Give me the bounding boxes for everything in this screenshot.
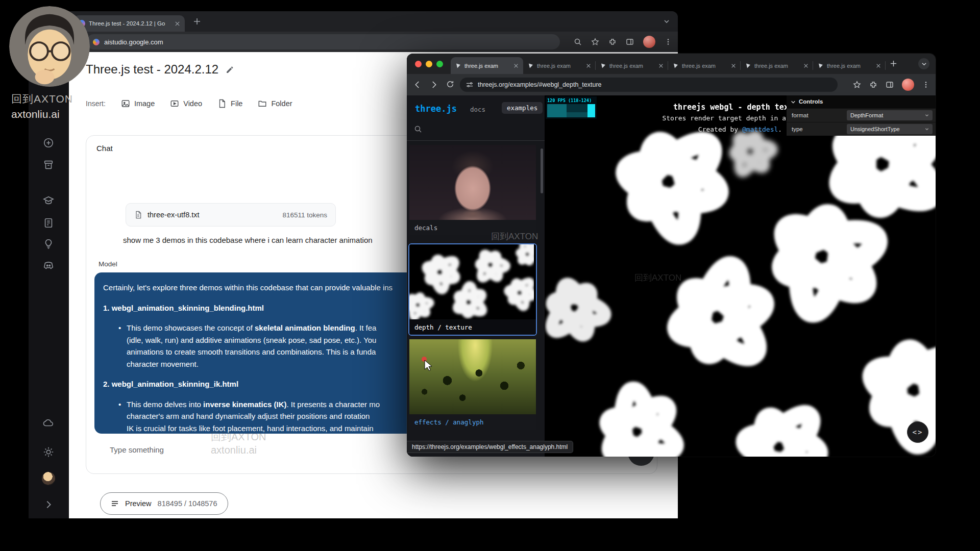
browser-tab[interactable]: three.js exam	[523, 57, 596, 74]
example-caption[interactable]: decals	[409, 220, 536, 235]
tab-list-chevron-icon[interactable]	[918, 58, 929, 69]
threejs-browser-window: three.js exam three.js exam three.js exa…	[407, 54, 936, 457]
hamburger-icon	[111, 499, 119, 508]
aistudio-left-rail	[29, 52, 69, 518]
gui-label: type	[787, 126, 847, 132]
attachment-token-count: 816511 tokens	[282, 211, 327, 219]
browser-tab[interactable]: three.js exam	[813, 57, 886, 74]
nav-examples[interactable]: examples	[502, 102, 543, 114]
example-card-depth-texture[interactable]: depth / texture	[408, 243, 537, 336]
cloud-icon[interactable]	[43, 417, 54, 429]
document-icon	[134, 211, 142, 219]
side-panel-icon[interactable]	[626, 38, 634, 46]
prompt-gallery-icon[interactable]	[43, 217, 54, 229]
user-prompt-text: show me 3 demos in this codebase where i…	[123, 236, 373, 244]
insert-folder-button[interactable]: Folder	[258, 99, 292, 108]
format-select[interactable]: DepthFormat	[847, 110, 933, 120]
status-bar-url: https://threejs.org/examples/webgl_effec…	[407, 441, 573, 453]
tab-close-icon[interactable]	[658, 63, 664, 68]
profile-avatar[interactable]	[902, 79, 914, 91]
threejs-favicon-icon	[818, 63, 824, 69]
browser-tab[interactable]: three.js exam	[596, 57, 668, 74]
tab-search-chevron-icon[interactable]	[664, 18, 670, 24]
browser-tab[interactable]: three.js exam	[451, 57, 523, 74]
example-card-effects-anaglyph[interactable]: effects / anaglyph	[409, 339, 536, 430]
chevron-down-icon	[925, 113, 929, 117]
browser-toolbar: aistudio.google.com	[29, 32, 678, 52]
expand-chevron-icon[interactable]	[43, 499, 54, 510]
demo-viewport[interactable]: 120 FPS (118-124) threejs webgl - depth …	[545, 95, 936, 457]
menu-kebab-icon[interactable]	[665, 38, 672, 45]
new-tab-button[interactable]	[193, 17, 201, 26]
gui-title-bar[interactable]: Controls	[787, 95, 936, 108]
browser-tab[interactable]: three.js exam	[741, 57, 813, 74]
example-caption[interactable]: depth / texture	[409, 319, 536, 335]
idea-bulb-icon[interactable]	[43, 238, 54, 249]
address-bar[interactable]: threejs.org/examples/#webgl_depth_textur…	[460, 78, 838, 92]
profile-avatar[interactable]	[643, 36, 655, 48]
tab-close-icon[interactable]	[803, 63, 808, 68]
settings-gear-icon[interactable]	[43, 446, 54, 458]
gui-row-format: format DepthFormat	[787, 108, 936, 122]
tab-close-icon[interactable]	[175, 21, 180, 27]
new-prompt-icon[interactable]	[43, 137, 54, 148]
brand-name: 回到AXTON	[11, 92, 119, 106]
nav-docs[interactable]: docs	[470, 106, 485, 113]
browser-toolbar: threejs.org/examples/#webgl_depth_textur…	[407, 74, 936, 95]
edit-pencil-icon[interactable]	[226, 65, 234, 74]
insert-image-button[interactable]: Image	[121, 99, 155, 108]
address-bar[interactable]: aistudio.google.com	[86, 34, 560, 49]
new-tab-button[interactable]	[890, 60, 897, 67]
attachment-chip[interactable]: three-ex-utf8.txt 816511 tokens	[126, 203, 336, 227]
extensions-icon[interactable]	[608, 38, 617, 46]
tab-close-icon[interactable]	[876, 63, 881, 68]
back-icon[interactable]	[413, 80, 422, 89]
tab-strip: Three.js test - 2024.2.12 | Go	[29, 11, 678, 32]
zoom-icon[interactable]	[574, 38, 582, 46]
type-select[interactable]: UnsignedShortType	[847, 124, 933, 134]
depth-texture-thumbnail	[409, 244, 536, 319]
collapse-chevron-icon	[791, 99, 796, 105]
insert-video-button[interactable]: Video	[170, 99, 202, 108]
image-icon	[121, 99, 130, 108]
token-usage: 818495 / 1048576	[158, 499, 217, 508]
side-panel-icon[interactable]	[886, 81, 894, 89]
threejs-favicon-icon	[528, 63, 534, 69]
forward-icon[interactable]	[429, 80, 438, 89]
folder-icon	[258, 99, 267, 108]
example-caption[interactable]: effects / anaglyph	[409, 414, 536, 430]
tabs: three.js exam three.js exam three.js exa…	[451, 57, 886, 74]
menu-kebab-icon[interactable]	[922, 81, 929, 88]
bookmark-star-icon[interactable]	[591, 38, 599, 46]
tab-close-icon[interactable]	[586, 63, 591, 68]
author-link[interactable]: @mattdesl	[742, 126, 778, 133]
insert-file-button[interactable]: File	[217, 99, 242, 108]
minimize-window-button[interactable]	[426, 61, 432, 67]
user-avatar[interactable]	[42, 472, 55, 485]
video-icon	[170, 99, 179, 108]
sidebar-scrollbar[interactable]	[541, 148, 543, 193]
decals-thumbnail	[409, 145, 536, 220]
close-window-button[interactable]	[415, 61, 422, 67]
gui-label: format	[787, 112, 847, 118]
tutorials-cap-icon[interactable]	[43, 195, 54, 206]
bookmark-star-icon[interactable]	[853, 81, 861, 89]
extensions-icon[interactable]	[869, 81, 877, 89]
preview-button[interactable]: Preview 818495 / 1048576	[100, 492, 228, 515]
library-icon[interactable]	[43, 159, 54, 170]
reload-icon[interactable]	[446, 80, 454, 88]
tab-strip: three.js exam three.js exam three.js exa…	[407, 54, 936, 74]
threejs-logo[interactable]: three.js	[415, 104, 457, 114]
tab-close-icon[interactable]	[731, 63, 736, 68]
search-icon[interactable]	[414, 125, 422, 133]
examples-sidebar: three.js docs examples decals	[407, 95, 545, 457]
example-card-decals[interactable]: decals	[409, 145, 536, 235]
tab-close-icon[interactable]	[513, 63, 519, 68]
browser-tab[interactable]: three.js exam	[668, 57, 741, 74]
view-source-button[interactable]: <>	[907, 421, 928, 443]
chat-input[interactable]	[109, 445, 397, 455]
discord-icon[interactable]	[43, 260, 54, 271]
model-turn-label: Model	[99, 260, 117, 268]
zoom-window-button[interactable]	[436, 61, 443, 67]
gui-row-type: type UnsignedShortType	[787, 122, 936, 136]
